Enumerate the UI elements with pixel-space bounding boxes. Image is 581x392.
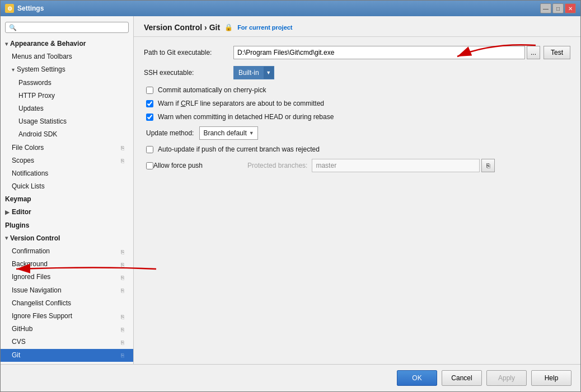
sidebar-item-cvs[interactable]: CVS ⎘ bbox=[1, 336, 133, 348]
search-input[interactable] bbox=[19, 23, 125, 31]
sidebar-item-ignore-files-support[interactable]: Ignore Files Support ⎘ bbox=[1, 310, 133, 323]
crlf-row: Warn if CRLF line separators are about t… bbox=[144, 100, 570, 107]
sidebar-item-changelist-conflicts[interactable]: Changelist Conflicts bbox=[1, 297, 133, 310]
sidebar-item-plugins[interactable]: Plugins bbox=[1, 219, 133, 232]
update-method-row: Update method: Branch default ▼ bbox=[144, 126, 570, 140]
sidebar-item-http-proxy[interactable]: HTTP Proxy bbox=[1, 89, 133, 102]
sidebar-label: Editor bbox=[12, 207, 31, 218]
sidebar-item-version-control[interactable]: ▾ Version Control bbox=[1, 232, 133, 245]
sidebar-label: Menus and Toolbars bbox=[12, 51, 72, 62]
sidebar-item-keymap[interactable]: Keymap bbox=[1, 193, 133, 206]
sidebar-item-system-settings[interactable]: ▾ System Settings bbox=[1, 63, 133, 76]
auto-update-label: Auto-update if push of the current branc… bbox=[158, 145, 320, 153]
test-button[interactable]: Test bbox=[543, 46, 570, 59]
sidebar-item-appearance-behavior[interactable]: ▾ Appearance & Behavior bbox=[1, 37, 133, 50]
help-button[interactable]: Help bbox=[531, 370, 571, 386]
protected-branches-input[interactable] bbox=[312, 159, 480, 172]
sidebar-label: Plugins bbox=[5, 220, 29, 231]
sidebar-label: Scopes bbox=[12, 155, 34, 166]
search-box[interactable]: 🔍 bbox=[5, 22, 129, 33]
sidebar-label: Quick Lists bbox=[12, 181, 45, 192]
window-title: Settings bbox=[17, 4, 540, 12]
cancel-button[interactable]: Cancel bbox=[442, 370, 482, 386]
sidebar-label: Appearance & Behavior bbox=[10, 39, 86, 49]
main-header: Version Control › Git 🔒 For current proj… bbox=[134, 16, 580, 37]
ssh-dropdown[interactable]: Built-in ▼ bbox=[233, 66, 274, 79]
sidebar-label: Android SDK bbox=[18, 129, 57, 140]
detached-head-row: Warn when committing in detached HEAD or… bbox=[144, 113, 570, 121]
git-path-label: Path to Git executable: bbox=[144, 49, 233, 56]
dropdown-arrow-icon[interactable]: ▼ bbox=[264, 67, 274, 79]
sidebar-item-ignored-files[interactable]: Ignored Files ⎘ bbox=[1, 271, 133, 284]
sidebar-item-git[interactable]: Git ⎘ bbox=[1, 349, 133, 362]
breadcrumb: Version Control › Git 🔒 For current proj… bbox=[144, 23, 570, 32]
sidebar-item-android-sdk[interactable]: Android SDK bbox=[1, 128, 133, 141]
sidebar-item-issue-navigation[interactable]: Issue Navigation ⎘ bbox=[1, 284, 133, 297]
maximize-button[interactable]: □ bbox=[552, 3, 564, 13]
sidebar-label: File Colors bbox=[12, 143, 44, 153]
git-path-row: Path to Git executable: ... Test bbox=[144, 46, 570, 59]
sidebar-item-notifications[interactable]: Notifications bbox=[1, 167, 133, 180]
copy-icon: ⎘ bbox=[121, 248, 129, 256]
bottom-bar: OK Cancel Apply Help bbox=[1, 364, 580, 391]
minimize-button[interactable]: — bbox=[540, 3, 551, 13]
browse-button[interactable]: ... bbox=[527, 46, 540, 59]
copy-icon: ⎘ bbox=[121, 351, 129, 359]
update-method-dropdown[interactable]: Branch default ▼ bbox=[199, 126, 257, 140]
apply-button[interactable]: Apply bbox=[486, 370, 527, 386]
sidebar-item-usage-statistics[interactable]: Usage Statistics bbox=[1, 115, 133, 128]
force-push-row: Allow force push Protected branches: ⎘ bbox=[144, 159, 570, 172]
sidebar-item-passwords[interactable]: Passwords bbox=[1, 77, 133, 89]
update-method-value: Branch default bbox=[203, 129, 246, 137]
protected-branches-label: Protected branches: bbox=[247, 162, 307, 169]
detached-head-checkbox[interactable] bbox=[146, 114, 153, 121]
copy-icon: ⎘ bbox=[121, 157, 129, 164]
sidebar-label: Changelist Conflicts bbox=[12, 298, 71, 309]
sidebar-label: Usage Statistics bbox=[18, 116, 67, 127]
sidebar-label: Version Control bbox=[10, 233, 60, 244]
force-push-checkbox[interactable] bbox=[146, 162, 153, 169]
auto-update-checkbox[interactable] bbox=[146, 146, 153, 153]
arrow-icon: ▾ bbox=[12, 65, 15, 74]
sidebar-label: CVS bbox=[12, 337, 26, 347]
sidebar-label: Background bbox=[12, 259, 48, 270]
for-project-link[interactable]: For current project bbox=[237, 24, 292, 31]
sidebar-item-menus-toolbars[interactable]: Menus and Toolbars bbox=[1, 50, 133, 63]
cherry-pick-row: Commit automatically on cherry-pick bbox=[144, 86, 570, 94]
sidebar-label: System Settings bbox=[17, 64, 65, 75]
sidebar-label: Ignore Files Support bbox=[12, 311, 72, 322]
sidebar-label: HTTP Proxy bbox=[18, 91, 55, 101]
sidebar-item-github[interactable]: GitHub ⎘ bbox=[1, 323, 133, 336]
main-panel: Version Control › Git 🔒 For current proj… bbox=[134, 16, 580, 364]
sidebar-label: Confirmation bbox=[12, 246, 50, 257]
arrow-icon: ▾ bbox=[5, 40, 8, 49]
app-icon: ⚙ bbox=[5, 4, 14, 13]
sidebar-item-file-colors[interactable]: File Colors ⎘ bbox=[1, 141, 133, 154]
copy-icon: ⎘ bbox=[121, 325, 129, 333]
crlf-checkbox[interactable] bbox=[146, 100, 153, 107]
sidebar-item-quick-lists[interactable]: Quick Lists bbox=[1, 180, 133, 193]
arrow-icon: ▶ bbox=[5, 208, 10, 217]
settings-window: ⚙ Settings — □ ✕ 🔍 ▾ Appearance & Behavi… bbox=[0, 0, 581, 392]
ssh-value: Built-in bbox=[234, 67, 264, 79]
sidebar-item-editor[interactable]: ▶ Editor bbox=[1, 206, 133, 219]
sidebar-label: Ignored Files bbox=[12, 272, 50, 282]
search-icon: 🔍 bbox=[9, 24, 17, 31]
protected-branches-button[interactable]: ⎘ bbox=[481, 159, 495, 172]
sidebar-label: GitHub bbox=[12, 324, 32, 334]
arrow-icon: ▾ bbox=[5, 234, 8, 243]
cherry-pick-checkbox[interactable] bbox=[146, 87, 153, 94]
sidebar-item-scopes[interactable]: Scopes ⎘ bbox=[1, 154, 133, 167]
sidebar-item-confirmation[interactable]: Confirmation ⎘ bbox=[1, 245, 133, 258]
copy-icon: ⎘ bbox=[121, 261, 129, 268]
sidebar-item-background[interactable]: Background ⎘ bbox=[1, 258, 133, 271]
breadcrumb-text: Version Control › Git bbox=[144, 23, 220, 32]
ssh-row: SSH executable: Built-in ▼ bbox=[144, 66, 570, 79]
close-button[interactable]: ✕ bbox=[565, 3, 576, 13]
git-path-input[interactable] bbox=[233, 46, 525, 59]
sidebar-item-updates[interactable]: Updates bbox=[1, 102, 133, 115]
copy-icon: ⎘ bbox=[121, 144, 129, 152]
sidebar-label: Git bbox=[12, 350, 20, 361]
ok-button[interactable]: OK bbox=[397, 370, 437, 386]
titlebar: ⚙ Settings — □ ✕ bbox=[1, 1, 580, 16]
